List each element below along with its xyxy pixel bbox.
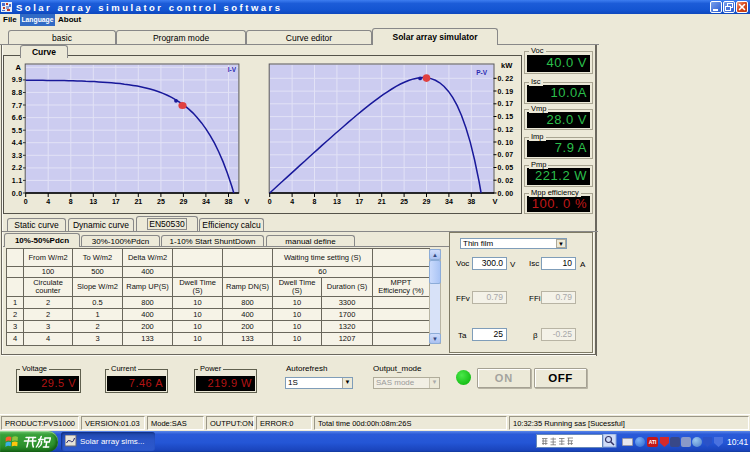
svg-text:kW: kW	[501, 61, 513, 70]
svg-text:13: 13	[89, 198, 97, 205]
svg-text:34: 34	[202, 198, 210, 205]
svg-text:0.0: 0.0	[12, 190, 23, 197]
svg-text:4: 4	[290, 198, 294, 205]
svg-text:9.9: 9.9	[12, 76, 23, 83]
svg-text:0. 15: 0. 15	[498, 113, 514, 120]
svg-text:0: 0	[24, 198, 28, 205]
svg-text:1.1: 1.1	[12, 177, 23, 184]
svg-text:0. 00: 0. 00	[498, 190, 514, 197]
svg-text:0. 10: 0. 10	[498, 139, 514, 146]
svg-text:0. 22: 0. 22	[498, 75, 514, 82]
svg-text:2.2: 2.2	[12, 164, 23, 171]
svg-text:38: 38	[225, 198, 233, 205]
svg-text:0. 17: 0. 17	[498, 100, 514, 107]
svg-text:5.5: 5.5	[12, 127, 23, 134]
svg-text:17: 17	[355, 198, 363, 205]
svg-text:0. 19: 0. 19	[498, 88, 514, 95]
svg-text:3.3: 3.3	[12, 152, 23, 159]
svg-text:25: 25	[400, 198, 408, 205]
svg-text:17: 17	[112, 198, 120, 205]
svg-text:8: 8	[313, 198, 317, 205]
svg-text:P-V: P-V	[476, 69, 488, 76]
svg-text:13: 13	[333, 198, 341, 205]
svg-text:29: 29	[423, 198, 431, 205]
svg-text:V: V	[244, 197, 249, 206]
svg-text:0: 0	[268, 198, 272, 205]
svg-text:29: 29	[180, 198, 188, 205]
svg-text:8.8: 8.8	[12, 89, 23, 96]
svg-text:0. 05: 0. 05	[498, 164, 514, 171]
svg-text:0. 02: 0. 02	[498, 177, 514, 184]
svg-text:0. 07: 0. 07	[498, 151, 514, 158]
svg-text:4.4: 4.4	[12, 139, 23, 146]
svg-text:34: 34	[445, 198, 453, 205]
svg-text:21: 21	[134, 198, 142, 205]
svg-text:6.6: 6.6	[12, 114, 23, 121]
svg-text:0. 12: 0. 12	[498, 126, 514, 133]
svg-text:25: 25	[157, 198, 165, 205]
svg-text:38: 38	[467, 198, 475, 205]
svg-text:4: 4	[46, 198, 50, 205]
svg-text:21: 21	[378, 198, 386, 205]
svg-text:7.7: 7.7	[12, 102, 23, 109]
svg-text:A: A	[16, 63, 22, 72]
svg-text:8: 8	[69, 198, 73, 205]
svg-text:I-V: I-V	[228, 66, 237, 73]
svg-text:V: V	[492, 197, 497, 206]
